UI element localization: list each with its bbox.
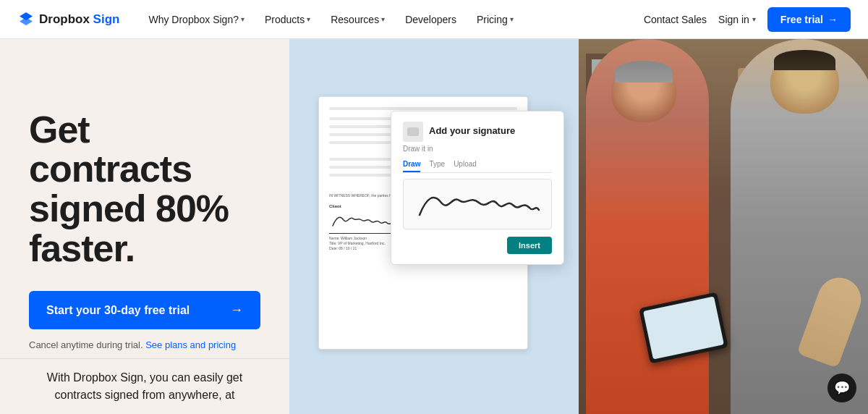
- modal-thumbnail: [403, 122, 423, 142]
- nav-item-why[interactable]: Why Dropbox Sign? ▾: [140, 0, 253, 39]
- signature-modal: Add your signature Draw it in Draw Type …: [391, 111, 564, 265]
- cancel-text: Cancel anytime during trial. See plans a…: [29, 339, 260, 350]
- sig-tab-type[interactable]: Type: [429, 160, 445, 172]
- nav-item-developers[interactable]: Developers: [396, 0, 465, 39]
- nav-right: Contact Sales Sign in ▾ Free trial →: [644, 7, 851, 32]
- free-trial-button[interactable]: Free trial →: [767, 7, 851, 32]
- cta-button[interactable]: Start your 30-day free trial →: [29, 291, 260, 329]
- sig-tab-upload[interactable]: Upload: [454, 160, 477, 172]
- logo-text: Dropbox Sign: [39, 12, 119, 27]
- insert-button[interactable]: Insert: [507, 237, 552, 254]
- sig-tab-draw[interactable]: Draw: [403, 160, 420, 172]
- hero-title: Get contracts signed 80% faster.: [29, 110, 260, 268]
- signature-drawing-area[interactable]: [403, 179, 552, 229]
- person1-head: [611, 61, 676, 122]
- doc-line: [329, 107, 517, 110]
- person2-body: [731, 39, 868, 414]
- middle-panel: IN WITNESS WHEREOF, the parties have exe…: [289, 39, 579, 414]
- nav-item-resources[interactable]: Resources ▾: [322, 0, 393, 39]
- chevron-down-icon: ▾: [510, 15, 514, 23]
- background-scene: [579, 39, 868, 414]
- person2-head: [770, 50, 839, 114]
- draw-it-in-label: Draw it in: [403, 145, 552, 153]
- modal-header: Add your signature: [403, 122, 552, 142]
- bottom-section: With Dropbox Sign, you can easily get co…: [0, 358, 289, 414]
- person2-hair: [774, 50, 835, 70]
- signature-preview-svg: [412, 182, 542, 226]
- chevron-down-icon: ▾: [381, 15, 385, 23]
- document-preview: IN WITNESS WHEREOF, the parties have exe…: [318, 96, 550, 371]
- chevron-down-icon: ▾: [241, 15, 244, 23]
- modal-title-group: Add your signature: [429, 125, 515, 139]
- dropbox-sign-logo-icon: [17, 11, 35, 28]
- sign-in-button[interactable]: Sign in ▾: [718, 14, 756, 25]
- chevron-down-icon: ▾: [752, 15, 756, 23]
- chat-icon: 💬: [834, 380, 850, 396]
- contact-sales-link[interactable]: Contact Sales: [644, 14, 707, 25]
- photo-panel: 💬: [579, 39, 868, 414]
- signature-modal-title: Add your signature: [429, 125, 515, 136]
- nav-item-products[interactable]: Products ▾: [256, 0, 319, 39]
- chevron-down-icon: ▾: [307, 15, 310, 23]
- bottom-description: With Dropbox Sign, you can easily get co…: [29, 369, 260, 404]
- tablet-screen: [643, 296, 724, 359]
- see-plans-link[interactable]: See plans and pricing: [145, 339, 236, 350]
- logo[interactable]: Dropbox Sign: [17, 11, 119, 28]
- arrow-right-icon: →: [827, 14, 838, 25]
- nav-links: Why Dropbox Sign? ▾ Products ▾ Resources…: [140, 0, 643, 39]
- person1-body: [586, 39, 709, 414]
- nav-item-pricing[interactable]: Pricing ▾: [468, 0, 522, 39]
- modal-actions: Insert: [403, 237, 552, 254]
- arrow-right-icon: →: [230, 303, 243, 318]
- person1-hair: [615, 61, 673, 83]
- navbar: Dropbox Sign Why Dropbox Sign? ▾ Product…: [0, 0, 868, 39]
- sig-tabs: Draw Type Upload: [403, 160, 552, 173]
- chat-bubble[interactable]: 💬: [827, 373, 856, 402]
